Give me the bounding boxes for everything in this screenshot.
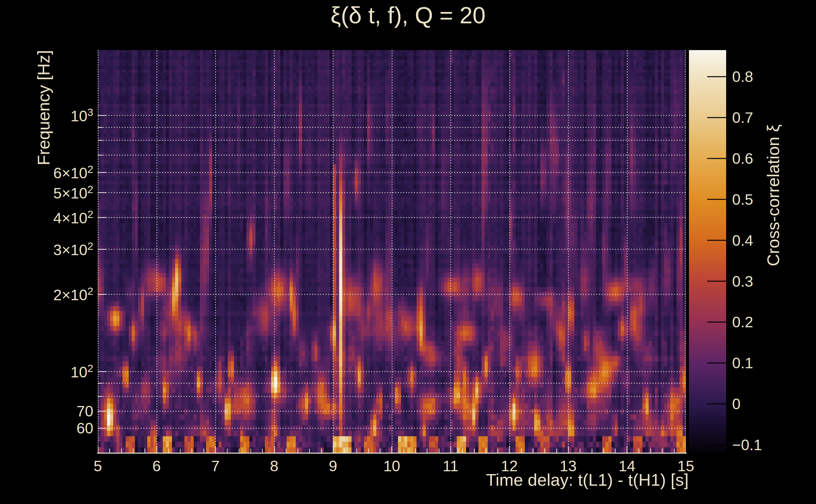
y-axis-label: Frequency [Hz] (34, 50, 53, 165)
heatmap-canvas (98, 50, 686, 453)
colorbar (689, 50, 726, 453)
y-tick-label: 102 (71, 362, 93, 381)
x-tick-label: 13 (560, 457, 576, 475)
x-tick-label: 14 (619, 457, 635, 475)
colorbar-tick-label: 0.4 (732, 232, 753, 249)
colorbar-tick-label: 0.8 (732, 68, 753, 85)
y-tick-label: 3×102 (53, 240, 93, 259)
colorbar-tick-label: 0.7 (732, 109, 753, 126)
y-tick-label: 60 (77, 420, 93, 437)
x-tick-label: 11 (443, 457, 458, 475)
x-tick-label: 9 (329, 457, 337, 475)
colorbar-label: Cross-correlation ξ (763, 124, 783, 266)
y-tick-label: 103 (71, 106, 93, 125)
y-tick-label: 6×102 (53, 163, 93, 181)
colorbar-tick-label: 0.1 (732, 354, 753, 372)
x-tick-label: 5 (94, 457, 102, 475)
x-tick-label: 8 (270, 457, 279, 475)
figure: ξ(δ t, f), Q = 20 Frequency [Hz] Time de… (0, 0, 816, 504)
colorbar-tick-label: 0 (732, 395, 741, 413)
colorbar-tick-label: 0.2 (732, 313, 753, 331)
y-tick-label: 2×102 (53, 285, 93, 304)
y-tick-label: 70 (77, 402, 93, 420)
x-axis-line (97, 453, 687, 454)
colorbar-tick-label: −0.1 (732, 436, 762, 454)
x-tick-label: 7 (211, 457, 220, 475)
y-tick-label: 4×102 (53, 208, 93, 226)
x-tick-label: 12 (501, 457, 518, 475)
x-tick-label: 6 (152, 457, 161, 475)
colorbar-tick-label: 0.5 (732, 191, 753, 208)
colorbar-tick-label: 0.3 (732, 272, 753, 290)
colorbar-tick-label: 0.6 (732, 150, 753, 167)
plot-title: ξ(δ t, f), Q = 20 (0, 2, 816, 29)
y-tick-label: 5×102 (53, 183, 93, 202)
x-tick-label: 15 (677, 457, 694, 475)
x-tick-label: 10 (383, 457, 400, 475)
